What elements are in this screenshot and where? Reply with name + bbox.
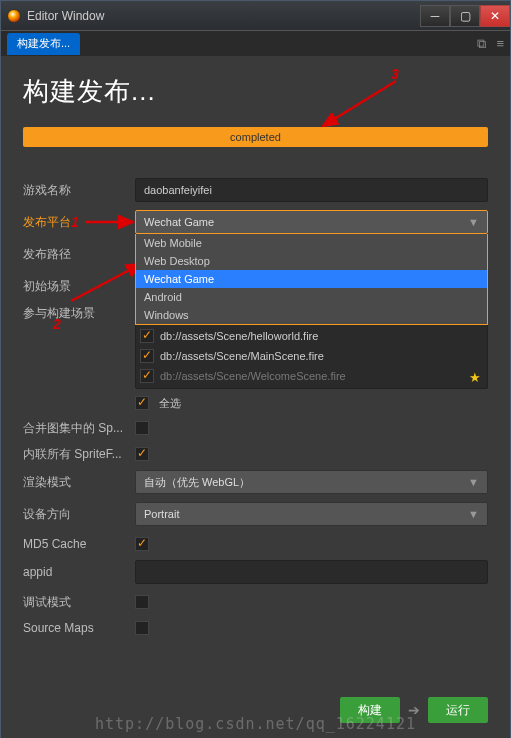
label-orientation: 设备方向 bbox=[23, 506, 135, 523]
label-build-scenes: 参与构建场景 bbox=[23, 305, 135, 322]
inline-spriteframe-checkbox[interactable] bbox=[135, 447, 149, 461]
render-mode-select[interactable]: 自动（优先 WebGL） ▼ bbox=[135, 470, 488, 494]
debug-mode-checkbox[interactable] bbox=[135, 595, 149, 609]
label-publish-path: 发布路径 bbox=[23, 246, 135, 263]
run-button[interactable]: 运行 bbox=[428, 697, 488, 723]
dropdown-item[interactable]: Wechat Game bbox=[136, 270, 487, 288]
menu-icon[interactable]: ≡ bbox=[496, 36, 504, 52]
dropdown-item[interactable]: Windows bbox=[136, 306, 487, 324]
appid-input[interactable] bbox=[135, 560, 488, 584]
chevron-down-icon: ▼ bbox=[468, 508, 479, 520]
tab-build[interactable]: 构建发布... bbox=[7, 33, 80, 55]
label-start-scene: 初始场景 bbox=[23, 278, 135, 295]
footer-buttons: 构建 ➔ 运行 bbox=[1, 697, 510, 723]
label-game-name: 游戏名称 bbox=[23, 182, 135, 199]
window-titlebar: Editor Window ─ ▢ ✕ bbox=[1, 1, 510, 31]
scene-checkbox[interactable] bbox=[140, 349, 154, 363]
platform-selected-value: Wechat Game bbox=[144, 216, 214, 228]
build-button[interactable]: 构建 bbox=[340, 697, 400, 723]
tab-label: 构建发布... bbox=[17, 36, 70, 51]
scene-checkbox[interactable] bbox=[140, 369, 154, 383]
scene-item[interactable]: db://assets/Scene/MainScene.fire bbox=[140, 346, 483, 366]
label-select-all: 全选 bbox=[159, 396, 181, 411]
page-title: 构建发布... bbox=[23, 74, 488, 109]
orientation-select[interactable]: Portrait ▼ bbox=[135, 502, 488, 526]
arrow-icon: ➔ bbox=[408, 702, 420, 718]
select-all-checkbox[interactable] bbox=[135, 396, 149, 410]
game-name-input[interactable] bbox=[135, 178, 488, 202]
chevron-down-icon: ▼ bbox=[468, 216, 479, 228]
merge-atlas-checkbox[interactable] bbox=[135, 421, 149, 435]
label-debug-mode: 调试模式 bbox=[23, 594, 135, 611]
orientation-value: Portrait bbox=[144, 508, 179, 520]
label-source-maps: Source Maps bbox=[23, 621, 135, 635]
dropdown-item[interactable]: Web Desktop bbox=[136, 252, 487, 270]
label-platform: 发布平台 bbox=[23, 214, 135, 231]
dropdown-item[interactable]: Android bbox=[136, 288, 487, 306]
minimize-button[interactable]: ─ bbox=[420, 5, 450, 27]
scene-item[interactable]: db://assets/Scene/helloworld.fire bbox=[140, 326, 483, 346]
progress-bar: completed bbox=[23, 127, 488, 147]
tab-bar: 构建发布... ⧉ ≡ bbox=[1, 31, 510, 56]
scene-checkbox[interactable] bbox=[140, 329, 154, 343]
window-title: Editor Window bbox=[27, 9, 104, 23]
source-maps-checkbox[interactable] bbox=[135, 621, 149, 635]
close-button[interactable]: ✕ bbox=[480, 5, 510, 27]
app-icon bbox=[7, 9, 21, 23]
popout-icon[interactable]: ⧉ bbox=[477, 36, 486, 52]
label-md5-cache: MD5 Cache bbox=[23, 537, 135, 551]
maximize-button[interactable]: ▢ bbox=[450, 5, 480, 27]
platform-select[interactable]: Wechat Game ▼ bbox=[135, 210, 488, 234]
dropdown-item[interactable]: Web Mobile bbox=[136, 234, 487, 252]
md5-cache-checkbox[interactable] bbox=[135, 537, 149, 551]
platform-dropdown: Web Mobile Web Desktop Wechat Game Andro… bbox=[135, 234, 488, 325]
progress-status: completed bbox=[230, 131, 281, 143]
scene-item[interactable]: db://assets/Scene/WelcomeScene.fire bbox=[140, 366, 483, 386]
label-merge-atlas: 合并图集中的 Sp... bbox=[23, 420, 135, 437]
render-mode-value: 自动（优先 WebGL） bbox=[144, 475, 250, 490]
label-render-mode: 渲染模式 bbox=[23, 474, 135, 491]
label-inline-spriteframe: 内联所有 SpriteF... bbox=[23, 446, 135, 463]
label-appid: appid bbox=[23, 565, 135, 579]
star-icon[interactable]: ★ bbox=[469, 370, 481, 385]
chevron-down-icon: ▼ bbox=[468, 476, 479, 488]
